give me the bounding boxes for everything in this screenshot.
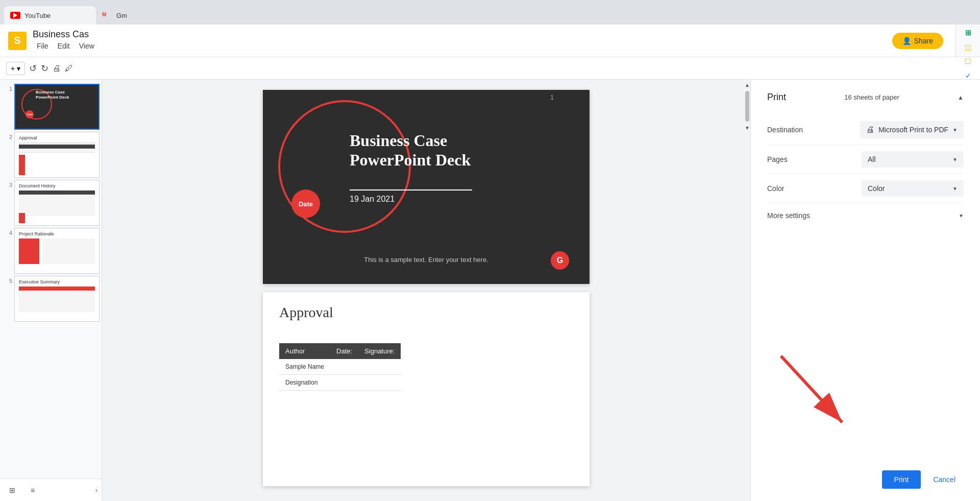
print-button[interactable]: 🖨 [53,64,61,73]
sheets-sidebar-icon[interactable]: ⊞ [960,29,976,37]
table-header-signature: Signature: [358,343,401,359]
scroll-arrow-down[interactable]: ▼ [744,123,750,133]
cancel-button-action[interactable]: Cancel [925,470,964,489]
red-arrow-svg [771,346,863,438]
table-cell-designation: Designation [279,375,330,391]
slides-app-icon: S [8,32,27,50]
redo-button[interactable]: ↻ [41,63,48,74]
share-button[interactable]: 👤 Share [892,33,943,49]
slide-page-number: 1 [550,94,554,101]
slide-thumb-5[interactable]: 5 Executive Summary [2,276,100,322]
app-title: Business Cas [33,29,99,40]
pages-select[interactable]: All ▼ [862,151,964,168]
color-select[interactable]: Color ▼ [862,180,964,197]
keep-sidebar-icon[interactable]: ☐ [960,57,976,65]
table-cell-signature [358,359,401,375]
slides-sidebar-icon[interactable]: ◫ [960,43,976,51]
slide1-g-badge: G [551,251,569,270]
color-label: Color [767,184,839,193]
svg-line-1 [781,356,842,422]
destination-value: Microsoft Print to PDF [878,126,948,134]
approval-table: Author Date: Signature: Sample Name [279,343,401,391]
destination-label: Destination [767,126,839,134]
view-list-button[interactable]: ≡ [24,482,41,498]
collapse-panel-button[interactable]: ‹ [95,487,97,494]
table-cell-name: Sample Name [279,359,330,375]
slide-thumb-image-1: Business CasePowerPoint Deck Date [14,84,100,130]
undo-button[interactable]: ↺ [29,63,37,74]
print-collapse-icon[interactable]: ▲ [958,94,964,101]
slide-thumb-4[interactable]: 4 Project Rationale [2,228,100,274]
add-slide-button[interactable]: + ▾ [6,62,25,75]
slide2-title: Approval [279,304,333,321]
slide-thumb-2[interactable]: 2 Approval [2,132,100,178]
tasks-sidebar-icon[interactable]: ✓ [960,71,976,80]
print-panel: Print 16 sheets of paper ▲ Destination 🖨… [750,80,980,501]
gmail-favicon-icon: M [102,12,112,19]
menu-bar: File Edit View [33,40,99,52]
youtube-tab-label: YouTube [24,12,51,19]
pages-chevron-icon: ▼ [952,157,958,162]
print-sheets-info: 16 sheets of paper [844,93,899,101]
slide-thumb-image-3: Document History [14,180,100,226]
arrow-annotation [771,346,863,440]
youtube-tab[interactable]: YouTube [4,6,96,25]
scroll-arrow-up[interactable]: ▲ [744,80,750,90]
table-cell-date [330,359,358,375]
slide-preview-area: 1 Date Business Case PowerPoint Deck [102,80,750,501]
color-value: Color [868,184,885,193]
menu-file[interactable]: File [33,40,53,52]
more-settings-label: More settings [767,211,810,220]
slide-thumb-3[interactable]: 3 Document History [2,180,100,226]
scroll-bar[interactable]: ▲ ▼ [744,80,750,501]
print-header: Print 16 sheets of paper ▲ [767,92,964,103]
print-title: Print [767,92,786,103]
app-bar: S Business Cas File Edit View 👤 Share ⊞ … [0,25,980,57]
printer-icon: 🖨 [866,125,874,134]
destination-chevron-icon: ▼ [952,127,958,133]
slide-thumb-image-5: Executive Summary [14,276,100,322]
table-header-date: Date: [330,343,358,359]
youtube-favicon-icon [10,12,20,19]
print-actions: Print Cancel [882,470,964,489]
slide-thumb-image-4: Project Rationale [14,228,100,274]
slide-thumbnail-panel: 1 Business CasePowerPoint Deck Date 2 Ap… [0,80,102,501]
format-button[interactable]: 🖊 [65,64,73,73]
more-settings-chevron-icon: ▼ [959,213,964,219]
more-settings-row[interactable]: More settings ▼ [767,203,964,228]
slide-toolbar: + ▾ ↺ ↻ 🖨 🖊 [0,57,980,80]
slides-icon-label: S [14,35,20,46]
gmail-tab[interactable]: M Gm [96,6,188,25]
slide1-date-text: 19 Jan 2021 [350,195,395,204]
destination-select[interactable]: 🖨 Microsoft Print to PDF ▼ [860,121,964,138]
gmail-tab-label: Gm [116,12,127,19]
browser-tab-bar: YouTube M Gm [0,0,980,25]
slide1-title-underline [350,189,472,190]
slide-thumb-1[interactable]: 1 Business CasePowerPoint Deck Date [2,84,100,130]
pages-value: All [868,155,876,163]
slide1-title: Business Case PowerPoint Deck [350,131,471,170]
scroll-thumb[interactable] [745,91,749,122]
slide-preview-1: 1 Date Business Case PowerPoint Deck [263,90,590,284]
table-row: Sample Name [279,359,401,375]
share-icon: 👤 [902,37,911,45]
view-grid-button[interactable]: ⊞ [4,482,20,498]
slide1-date-badge: Date [291,189,320,218]
menu-view[interactable]: View [75,40,99,52]
table-header-author: Author [279,343,330,359]
menu-edit[interactable]: Edit [54,40,74,52]
print-destination-row: Destination 🖨 Microsoft Print to PDF ▼ [767,115,964,145]
color-chevron-icon: ▼ [952,186,958,192]
share-button-label: Share [914,37,933,45]
slide-thumb-image-2: Approval [14,132,100,178]
print-pages-row: Pages All ▼ [767,145,964,174]
print-button-action[interactable]: Print [882,470,921,489]
table-row: Designation [279,375,401,391]
pages-label: Pages [767,155,839,163]
print-color-row: Color Color ▼ [767,174,964,203]
slide-preview-2: Approval Author Date: Signature: Sample … [263,292,590,486]
slide1-sample-text: This is a sample text. Enter your text h… [364,256,488,264]
